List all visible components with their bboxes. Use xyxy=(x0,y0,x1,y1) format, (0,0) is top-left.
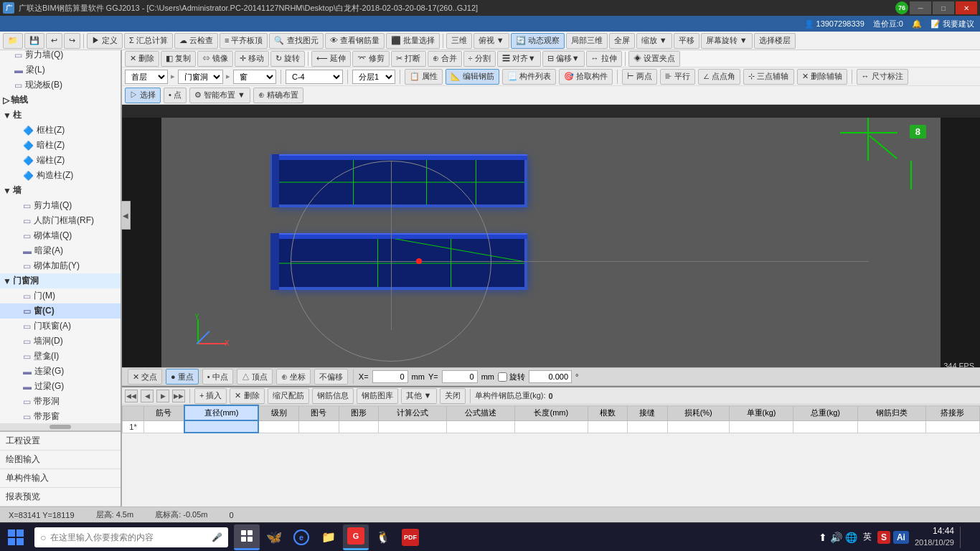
sidebar-scroll[interactable] xyxy=(0,423,121,430)
show-desktop[interactable] xyxy=(960,527,974,548)
sidebar-item-masonryrebar[interactable]: ▭ 砌体加筋(Y) xyxy=(0,258,121,273)
move-btn[interactable]: ✛ 移动 xyxy=(235,51,269,67)
nav-next-btn[interactable]: ▶ xyxy=(156,390,169,402)
cloud-btn[interactable]: ☁ 云检查 xyxy=(174,33,218,49)
tray-sound[interactable]: 🔊 xyxy=(830,532,842,543)
rotate-checkbox[interactable] xyxy=(498,372,507,382)
sidebar-item-door[interactable]: ▭ 门(M) xyxy=(0,288,121,303)
sidebar-item-striphole[interactable]: ▭ 带形洞 xyxy=(0,394,121,409)
top-view-btn[interactable]: 俯视 ▼ xyxy=(473,33,509,49)
sidebar-item-structcol[interactable]: 🔷 构造柱(Z) xyxy=(0,168,121,183)
sidebar-item-endcol[interactable]: 🔷 端柱(Z) xyxy=(0,153,121,168)
sidebar-item-doorwin[interactable]: ▭ 门联窗(A) xyxy=(0,319,121,334)
tray-lang[interactable]: 英 xyxy=(860,529,875,545)
cell-splice[interactable] xyxy=(628,420,668,433)
del-aux-btn[interactable]: ✕ 删除辅轴 xyxy=(797,69,847,85)
fullscreen-btn[interactable]: 全屏 xyxy=(609,33,635,49)
layer-select[interactable]: 分层1 xyxy=(352,70,395,84)
cell-shape[interactable] xyxy=(339,420,379,433)
floor-select[interactable]: 首层 xyxy=(125,70,168,84)
component-select[interactable]: C-4 xyxy=(286,70,343,84)
clock[interactable]: 14:44 2018/10/29 xyxy=(915,525,954,548)
sidebar-item-slab[interactable]: ▭ 现浇板(B) xyxy=(0,77,121,93)
3d-viewport[interactable]: X Y 8 344 FPS xyxy=(122,105,980,386)
sidebar-item-stripwin[interactable]: ▭ 带形窗 xyxy=(0,409,121,423)
taskbar-app-ie[interactable]: e xyxy=(288,524,314,550)
cell-fignum[interactable] xyxy=(299,420,339,433)
snap-midpoint[interactable]: • 中点 xyxy=(202,369,233,385)
sidebar-btn-single[interactable]: 单构件输入 xyxy=(0,469,121,488)
start-button[interactable] xyxy=(0,523,32,552)
select-btn[interactable]: ▷ 选择 xyxy=(125,88,161,103)
taskbar-app-browser[interactable]: 🦋 xyxy=(261,524,287,550)
sidebar-item-civilwall[interactable]: ▭ 人防门框墙(RF) xyxy=(0,213,121,228)
nav-first-btn[interactable]: ◀◀ xyxy=(125,390,138,402)
snap-intersect[interactable]: ✕ 交点 xyxy=(128,369,162,385)
sidebar-item-wallhole[interactable]: ▭ 墙洞(D) xyxy=(0,334,121,349)
minimize-button[interactable]: ─ xyxy=(910,1,931,14)
viewrebar-btn[interactable]: 👁 查看钢筋量 xyxy=(325,33,385,49)
cell-grade[interactable] xyxy=(258,420,298,433)
taskbar-search-input[interactable] xyxy=(50,532,207,542)
sidebar-item-darkbeam[interactable]: ▬ 暗梁(A) xyxy=(0,243,121,258)
rotate-input[interactable] xyxy=(529,370,572,383)
cell-totalw[interactable] xyxy=(793,420,857,433)
taskbar-app-ggj[interactable]: G xyxy=(343,524,369,550)
edit-rebar-btn[interactable]: 📐 编辑钢筋 xyxy=(446,69,499,85)
sidebar-item-window[interactable]: ▭ 窗(C) xyxy=(0,303,121,319)
tray-ai[interactable]: Ai xyxy=(893,531,909,544)
sidebar-item-swq[interactable]: ▭ 剪力墙(Q) xyxy=(0,198,121,213)
pt-angle-btn[interactable]: ∠ 点点角 xyxy=(698,69,740,85)
sidebar-item-framecol[interactable]: 🔷 框柱(Z) xyxy=(0,123,121,138)
taskbar-app-qq[interactable]: 🐧 xyxy=(370,524,396,550)
taskbar-app-pdf[interactable]: PDF xyxy=(397,524,423,550)
cell-length[interactable] xyxy=(515,420,588,433)
dim-btn[interactable]: ↔ 尺寸标注 xyxy=(857,69,908,85)
cell-splicetype[interactable] xyxy=(925,420,979,433)
align-btn[interactable]: ☰ 对齐▼ xyxy=(497,51,541,67)
y-input[interactable] xyxy=(442,370,478,383)
cell-count[interactable] xyxy=(588,420,628,433)
scale-rebar-btn[interactable]: 缩尺配筋 xyxy=(268,388,309,404)
sidebar-item-overbeam[interactable]: ▬ 过梁(G) xyxy=(0,379,121,394)
sidebar-item-darkcol[interactable]: 🔷 暗柱(Z) xyxy=(0,138,121,153)
sidebar-group-opening[interactable]: ▼ 门窗洞 xyxy=(0,273,121,288)
sidebar-toggle[interactable]: ◀ xyxy=(121,201,131,230)
sidebar-item-beam[interactable]: ▬ 梁(L) xyxy=(0,62,121,77)
snap-vertex[interactable]: △ 顶点 xyxy=(237,369,273,385)
stretch-btn[interactable]: ↔ 拉伸 xyxy=(586,51,622,67)
cell-formuladesc[interactable] xyxy=(447,420,515,433)
cell-formula[interactable] xyxy=(379,420,447,433)
feedback-btn[interactable]: 📝 我要建议 xyxy=(930,19,974,29)
notify-icon[interactable]: 🔔 xyxy=(912,19,922,29)
flatten-btn[interactable]: ≡ 平齐板顶 xyxy=(220,33,268,49)
cell-unitw[interactable] xyxy=(729,420,793,433)
sidebar-item-masonrywall[interactable]: ▭ 砌体墙(Q) xyxy=(0,228,121,243)
user-info[interactable]: 👤 13907298339 xyxy=(804,19,864,29)
rebar-delete-btn[interactable]: ✕ 删除 xyxy=(230,388,264,404)
extend-btn[interactable]: ⟵ 延伸 xyxy=(311,51,351,67)
select-floor-btn[interactable]: 选择楼层 xyxy=(754,33,796,49)
pt-btn[interactable]: • 点 xyxy=(164,88,187,103)
merge-btn[interactable]: ⊕ 合并 xyxy=(428,51,462,67)
cell-barnum[interactable] xyxy=(144,420,184,433)
copy-btn[interactable]: ◧ 复制 xyxy=(161,51,196,67)
other-btn[interactable]: 其他 ▼ xyxy=(401,388,437,404)
smart-layout-btn[interactable]: ⚙ 智能布置 ▼ xyxy=(189,88,250,103)
precise-btn[interactable]: ⊕ 精确布置 xyxy=(253,88,303,103)
rebar-table-container[interactable]: 筋号 直径(mm) 级别 图号 图形 计算公式 公式描述 长度(mm) 根数 接… xyxy=(122,405,980,521)
save-btn[interactable]: 💾 xyxy=(24,33,44,49)
offset-btn[interactable]: ⊟ 偏移▼ xyxy=(542,51,585,67)
comp-list-btn[interactable]: 📃 构件列表 xyxy=(502,69,556,85)
pick-comp-btn[interactable]: 🎯 拾取构件 xyxy=(559,69,613,85)
nav-last-btn[interactable]: ▶▶ xyxy=(172,390,185,402)
taskbar-search[interactable]: ○ 🎤 xyxy=(34,527,228,547)
mirror-btn[interactable]: ⇔ 镜像 xyxy=(197,51,233,67)
rotate-screen-btn[interactable]: 屏幕旋转 ▼ xyxy=(701,33,753,49)
parallel-btn[interactable]: ⊪ 平行 xyxy=(660,69,695,85)
maximize-button[interactable]: □ xyxy=(933,1,954,14)
sidebar-group-axis[interactable]: ▷ 轴线 xyxy=(0,93,121,108)
attr-btn[interactable]: 📋 属性 xyxy=(405,69,443,85)
3d-btn[interactable]: 三维 xyxy=(446,33,472,49)
redo-btn[interactable]: ↪ xyxy=(64,33,80,49)
